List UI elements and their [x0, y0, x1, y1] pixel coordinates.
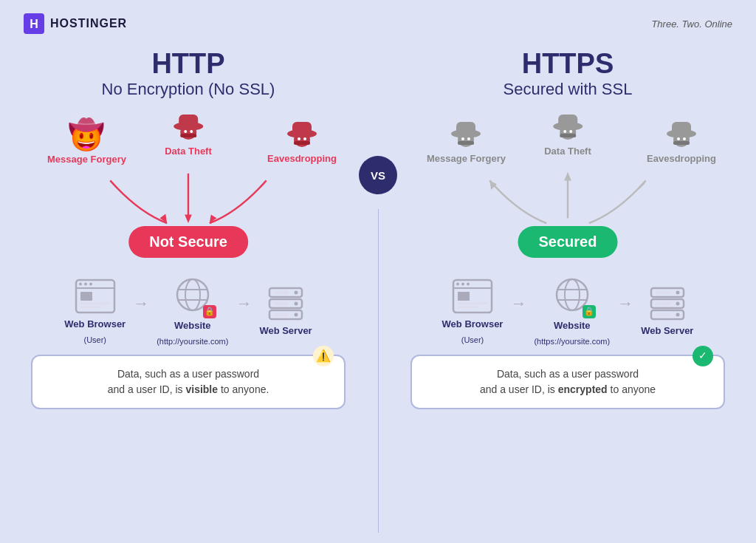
svg-rect-37	[274, 302, 289, 305]
svg-rect-36	[274, 291, 289, 294]
https-website: 🔒 Website (https://yoursite.com)	[534, 277, 610, 346]
server-label-https: Web Server	[641, 325, 693, 338]
svg-point-68	[467, 282, 470, 285]
svg-rect-54	[560, 134, 576, 137]
hostinger-logo-icon: H	[24, 13, 44, 34]
server-icon-http	[265, 285, 306, 321]
svg-point-23	[79, 282, 82, 285]
header: H HOSTINGER Three. Two. Online	[0, 0, 756, 41]
svg-point-67	[461, 282, 464, 285]
https-info-bold: encrypted	[558, 383, 608, 395]
http-web-server: Web Server	[259, 285, 312, 338]
svg-rect-17	[294, 141, 310, 145]
http-panel: HTTP No Encryption (No SSL) 🤠 Message Fo…	[18, 41, 359, 533]
svg-point-34	[295, 301, 298, 305]
arrow-browser-website-https: →	[510, 294, 526, 313]
website-label-https: Website	[554, 320, 591, 332]
svg-point-52	[563, 130, 566, 133]
http-info-box: ⚠️ Data, such as a user password and a u…	[31, 355, 346, 409]
svg-rect-21	[80, 302, 110, 304]
https-info-text2: and a user ID, is	[480, 383, 558, 395]
http-title: HTTP	[151, 49, 224, 80]
svg-rect-63	[458, 292, 470, 301]
svg-text:H: H	[30, 18, 38, 30]
hacker-icon-red-right	[285, 117, 319, 151]
svg-rect-80	[656, 302, 670, 305]
http-info-text2: and a user ID, is	[108, 383, 186, 395]
https-title: HTTPS	[522, 49, 614, 80]
website-sublabel-https: (https://yoursite.com)	[534, 337, 610, 346]
svg-point-66	[456, 282, 459, 285]
hacker-icon-gray-center	[551, 110, 585, 144]
data-theft-hacker-https: Data Theft	[544, 110, 591, 157]
svg-rect-38	[274, 313, 289, 316]
svg-point-76	[676, 290, 679, 294]
svg-rect-60	[673, 141, 690, 145]
svg-point-16	[303, 137, 306, 140]
browser-label-https: Web Browser	[442, 318, 504, 331]
arrow-website-server-http: →	[236, 294, 252, 313]
success-badge: ✓	[693, 346, 713, 366]
server-icon-https	[647, 285, 688, 321]
svg-point-35	[295, 313, 298, 316]
tagline: Three. Two. Online	[651, 18, 732, 30]
browser-sublabel-http: (User)	[83, 335, 106, 344]
svg-point-77	[676, 301, 679, 305]
eavesdropping-hacker: Eavesdropping	[267, 117, 337, 164]
https-panel: HTTPS Secured with SSL	[397, 41, 738, 533]
svg-point-53	[569, 130, 572, 133]
svg-point-58	[677, 137, 680, 140]
svg-rect-65	[458, 306, 478, 308]
svg-point-33	[295, 290, 298, 294]
https-infra-row: Web Browser (User) → 🔒	[442, 277, 694, 346]
browser-sublabel-https: (User)	[461, 335, 484, 344]
https-info-text3: to anyone	[608, 383, 656, 395]
https-subtitle: Secured with SSL	[504, 80, 633, 99]
http-info-text1: Data, such as a user password	[117, 368, 259, 380]
warning-badge: ⚠️	[313, 346, 334, 366]
svg-rect-64	[458, 302, 487, 304]
divider	[378, 209, 379, 533]
hacker-icon-gray-left	[449, 117, 483, 151]
https-eavesdropping-hacker: Eavesdropping	[647, 117, 716, 164]
https-message-forgery-label: Message Forgery	[427, 153, 506, 164]
http-subtitle: No Encryption (No SSL)	[102, 80, 275, 99]
svg-point-46	[461, 137, 464, 140]
hacker-icon-gray-right	[664, 117, 698, 151]
svg-point-59	[683, 137, 686, 140]
secured-badge: Secured	[518, 226, 618, 258]
https-web-server: Web Server	[641, 285, 693, 338]
svg-point-25	[89, 282, 92, 285]
https-threats-area: Message Forgery Data Theft	[405, 110, 731, 265]
svg-marker-40	[564, 172, 571, 181]
website-sublabel-http: (http://yoursite.com)	[157, 337, 228, 346]
svg-rect-79	[656, 291, 670, 294]
svg-point-9	[184, 130, 187, 133]
vs-badge: VS	[359, 156, 397, 194]
arrow-browser-website-http: →	[133, 294, 149, 313]
svg-point-47	[467, 137, 470, 140]
http-website: 🔒 Website (http://yoursite.com)	[157, 277, 228, 346]
svg-marker-3	[185, 214, 192, 223]
eavesdropping-label: Eavesdropping	[267, 153, 337, 164]
browser-label-http: Web Browser	[64, 318, 126, 331]
not-secure-badge: Not Secure	[128, 226, 248, 258]
svg-marker-4	[160, 214, 168, 222]
main-content: HTTP No Encryption (No SSL) 🤠 Message Fo…	[0, 41, 756, 533]
svg-rect-81	[656, 313, 670, 316]
https-eavesdropping-label: Eavesdropping	[647, 153, 716, 164]
http-infra-row: Web Browser (User) → 🔒	[64, 277, 312, 346]
https-info-box: ✓ Data, such as a user password and a us…	[410, 355, 725, 409]
message-forgery-hacker: 🤠 Message Forgery	[47, 117, 126, 165]
hacker-icon-red	[171, 110, 205, 144]
svg-rect-48	[458, 141, 474, 145]
https-web-browser: Web Browser (User)	[442, 279, 504, 344]
data-theft-label-https: Data Theft	[544, 146, 591, 157]
https-info-text1: Data, such as a user password	[497, 368, 639, 380]
message-forgery-label: Message Forgery	[47, 154, 126, 165]
svg-point-24	[84, 282, 87, 285]
svg-rect-20	[80, 292, 92, 301]
svg-marker-41	[489, 180, 497, 189]
data-theft-hacker-http: Data Theft	[165, 110, 212, 157]
svg-marker-5	[210, 214, 217, 223]
